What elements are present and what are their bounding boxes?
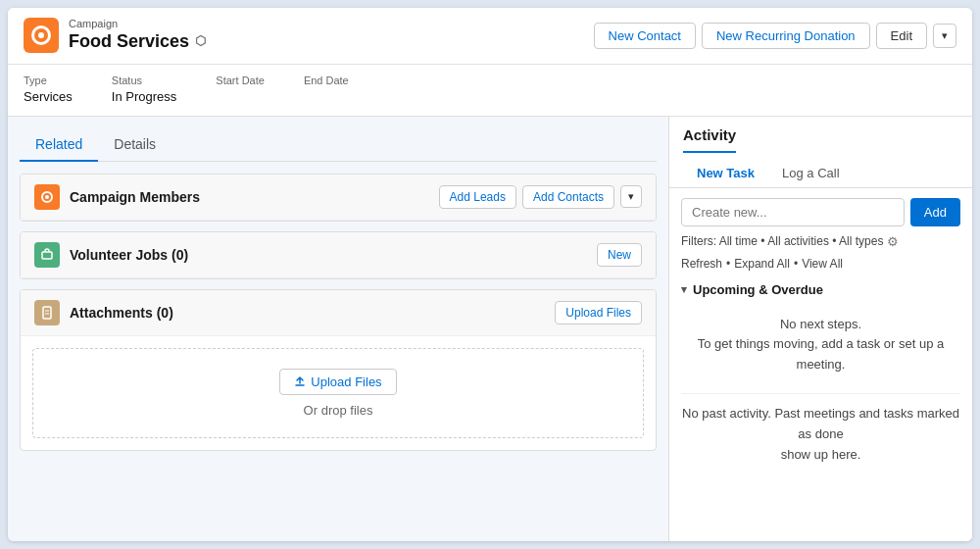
tab-details[interactable]: Details bbox=[98, 128, 172, 162]
upcoming-divider: ▾ Upcoming & Overdue bbox=[681, 278, 960, 301]
page-title: Food Services bbox=[69, 30, 189, 53]
activity-tabs: New Task Log a Call bbox=[683, 159, 958, 187]
filters-text: Filters: All time • All activities • All… bbox=[681, 234, 883, 248]
tab-related[interactable]: Related bbox=[20, 128, 98, 162]
left-panel: Related Details Campai bbox=[8, 117, 668, 541]
volunteer-jobs-icon bbox=[34, 242, 60, 268]
new-contact-button[interactable]: New Contact bbox=[594, 23, 696, 49]
start-date-label: Start Date bbox=[216, 75, 265, 86]
breadcrumb: Campaign bbox=[69, 18, 206, 30]
svg-point-1 bbox=[45, 195, 49, 199]
network-icon: ⬡ bbox=[195, 33, 206, 50]
type-value: Services bbox=[24, 89, 73, 104]
header-actions: New Contact New Recurring Donation Edit … bbox=[594, 23, 956, 49]
upload-files-button[interactable]: Upload Files bbox=[555, 301, 642, 324]
volunteer-jobs-new-button[interactable]: New bbox=[597, 243, 642, 267]
no-past-activity: No past activity. Past meetings and task… bbox=[681, 393, 960, 474]
add-contacts-button[interactable]: Add Contacts bbox=[522, 185, 614, 209]
svg-rect-3 bbox=[43, 307, 51, 319]
attachments-icon bbox=[34, 300, 60, 325]
refresh-link[interactable]: Refresh bbox=[681, 257, 722, 271]
campaign-members-icon bbox=[34, 184, 60, 210]
status-value: In Progress bbox=[112, 89, 176, 104]
app-icon bbox=[24, 18, 59, 53]
upcoming-label: Upcoming & Overdue bbox=[693, 282, 823, 297]
new-recurring-donation-button[interactable]: New Recurring Donation bbox=[702, 23, 870, 49]
volunteer-jobs-section: Volunteer Jobs (0) New bbox=[20, 231, 657, 279]
edit-button[interactable]: Edit bbox=[876, 23, 927, 49]
tab-bar: Related Details bbox=[20, 128, 657, 162]
campaign-members-dropdown[interactable]: ▾ bbox=[620, 185, 642, 208]
activity-body: Add Filters: All time • All activities •… bbox=[669, 188, 972, 541]
upcoming-chevron-icon: ▾ bbox=[681, 283, 687, 296]
add-button[interactable]: Add bbox=[910, 198, 960, 226]
right-panel: Activity New Task Log a Call Add Filters… bbox=[668, 117, 972, 541]
new-task-tab[interactable]: New Task bbox=[683, 159, 768, 187]
campaign-members-section: Campaign Members Add Leads Add Contacts … bbox=[20, 174, 657, 222]
gear-icon[interactable]: ⚙ bbox=[887, 234, 899, 249]
volunteer-jobs-title: Volunteer Jobs (0) bbox=[70, 247, 188, 263]
meta-row: Type Services Status In Progress Start D… bbox=[8, 65, 972, 117]
attachments-section: Attachments (0) Upload Files bbox=[20, 289, 657, 451]
no-next-steps: No next steps. To get things moving, add… bbox=[681, 309, 960, 381]
expand-all-link[interactable]: Expand All bbox=[734, 257, 790, 271]
header-dropdown-button[interactable]: ▾ bbox=[933, 24, 956, 48]
drop-zone[interactable]: Upload Files Or drop files bbox=[32, 348, 644, 438]
activity-title: Activity bbox=[683, 126, 736, 153]
view-all-link[interactable]: View All bbox=[802, 257, 843, 271]
type-label: Type bbox=[24, 75, 73, 86]
campaign-members-title: Campaign Members bbox=[70, 189, 200, 205]
log-call-tab[interactable]: Log a Call bbox=[768, 159, 854, 187]
activity-header: Activity New Task Log a Call bbox=[669, 117, 972, 188]
add-leads-button[interactable]: Add Leads bbox=[439, 185, 516, 209]
end-date-label: End Date bbox=[304, 75, 349, 86]
attachments-title: Attachments (0) bbox=[70, 305, 173, 321]
svg-rect-2 bbox=[42, 252, 52, 259]
status-label: Status bbox=[112, 75, 176, 86]
upload-files-inline-button[interactable]: Upload Files bbox=[279, 369, 396, 395]
create-new-input[interactable] bbox=[681, 198, 905, 226]
drop-text: Or drop files bbox=[53, 403, 623, 418]
